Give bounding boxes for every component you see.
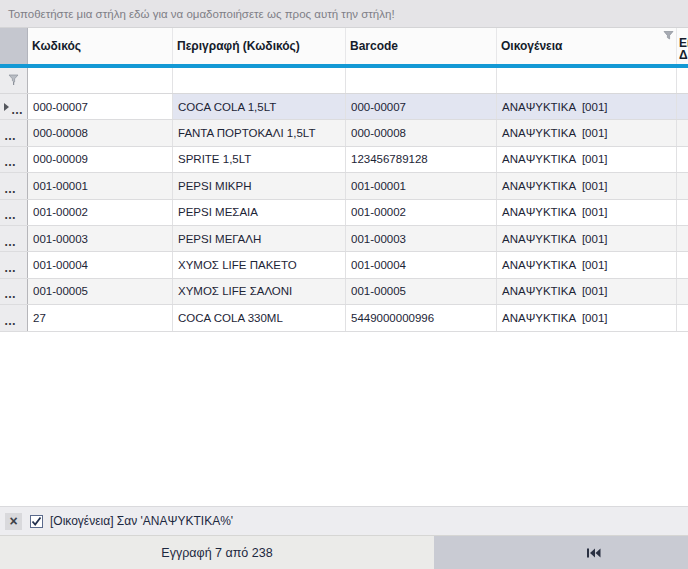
cell-code[interactable]: 000-00009 <box>28 147 173 172</box>
column-header-description[interactable]: Περιγραφή (Κωδικός) <box>173 28 346 64</box>
column-header-partial[interactable]: Εί Δ <box>677 28 688 64</box>
row-ellipsis-icon[interactable]: … <box>4 232 15 246</box>
row-ellipsis-icon[interactable]: … <box>4 152 15 166</box>
auto-filter-row <box>0 68 688 94</box>
cell-description[interactable]: ΧΥΜΟΣ LIFE ΣΑΛΟΝΙ <box>173 279 346 304</box>
move-first-button[interactable] <box>434 536 688 569</box>
table-row[interactable]: …001-00001PEPSI ΜΙΚΡΗ001-00001ΑΝΑΨΥΚΤΙΚΑ… <box>0 173 688 199</box>
cell-description[interactable]: ΧΥΜΟΣ LIFE ΠΑΚΕΤΟ <box>173 252 346 277</box>
cell-partial[interactable] <box>677 173 688 198</box>
cell-code[interactable]: 001-00001 <box>28 173 173 198</box>
row-indicator-current[interactable]: … <box>0 94 28 119</box>
cell-barcode[interactable]: 001-00004 <box>346 252 497 277</box>
table-row[interactable]: …000-00007COCA COLA 1,5LT000-00007ΑΝΑΨΥΚ… <box>0 94 688 120</box>
cell-family[interactable]: ΑΝΑΨΥΚΤΙΚΑ [001] <box>497 305 677 330</box>
row-ellipsis-icon[interactable]: … <box>4 205 15 219</box>
table-row[interactable]: …001-00005ΧΥΜΟΣ LIFE ΣΑΛΟΝΙ001-00005ΑΝΑΨ… <box>0 279 688 305</box>
row-indicator[interactable]: … <box>0 252 28 277</box>
cell-description[interactable]: FANTA ΠΟΡΤΟΚΑΛΙ 1,5LT <box>173 120 346 145</box>
column-header-code[interactable]: Κωδικός <box>28 28 173 64</box>
cell-description[interactable]: PEPSI ΜΕΣΑΙΑ <box>173 200 346 225</box>
group-by-panel[interactable]: Τοποθετήστε μια στήλη εδώ για να ομαδοπο… <box>0 0 688 28</box>
status-bar: Εγγραφή 7 από 238 <box>0 535 688 569</box>
cell-code[interactable]: 001-00002 <box>28 200 173 225</box>
cell-partial[interactable] <box>677 305 688 330</box>
filter-cell-partial[interactable] <box>677 68 688 93</box>
column-header-family[interactable]: Οικογένεια <box>497 28 677 64</box>
column-header-label: Δ <box>679 49 688 61</box>
row-indicator[interactable]: … <box>0 147 28 172</box>
cell-barcode[interactable]: 001-00002 <box>346 200 497 225</box>
table-row[interactable]: …27COCA COLA 330ML5449000000996ΑΝΑΨΥΚΤΙΚ… <box>0 305 688 331</box>
table-row[interactable]: …001-00004ΧΥΜΟΣ LIFE ΠΑΚΕΤΟ001-00004ΑΝΑΨ… <box>0 252 688 278</box>
cell-barcode[interactable]: 001-00001 <box>346 173 497 198</box>
row-ellipsis-icon[interactable]: … <box>4 258 15 272</box>
cell-partial[interactable] <box>677 226 688 251</box>
row-indicator[interactable]: … <box>0 120 28 145</box>
cell-code[interactable]: 27 <box>28 305 173 330</box>
filter-enabled-checkbox[interactable] <box>30 515 43 528</box>
cell-code[interactable]: 000-00007 <box>28 94 173 119</box>
filter-panel: × [Οικογένεια] Σαν 'ΑΝΑΨΥΚΤΙΚΑ%' <box>0 506 688 535</box>
column-header-barcode[interactable]: Barcode <box>346 28 497 64</box>
cell-family[interactable]: ΑΝΑΨΥΚΤΙΚΑ [001] <box>497 226 677 251</box>
record-position: Εγγραφή 7 από 238 <box>0 536 434 569</box>
cell-partial[interactable] <box>677 94 688 119</box>
filter-close-button[interactable]: × <box>5 513 22 530</box>
table-row[interactable]: …001-00002PEPSI ΜΕΣΑΙΑ001-00002ΑΝΑΨΥΚΤΙΚ… <box>0 200 688 226</box>
cell-barcode[interactable]: 000-00007 <box>346 94 497 119</box>
column-header-label: Οικογένεια <box>501 39 562 53</box>
filter-funnel-icon[interactable] <box>663 30 674 41</box>
cell-code[interactable]: 001-00004 <box>28 252 173 277</box>
cell-barcode[interactable]: 000-00008 <box>346 120 497 145</box>
cell-code[interactable]: 001-00005 <box>28 279 173 304</box>
cell-partial[interactable] <box>677 120 688 145</box>
cell-partial[interactable] <box>677 147 688 172</box>
cell-description[interactable]: COCA COLA 1,5LT <box>173 94 346 119</box>
row-indicator[interactable]: … <box>0 226 28 251</box>
filter-funnel-icon <box>8 72 19 90</box>
cell-barcode[interactable]: 001-00005 <box>346 279 497 304</box>
cell-description[interactable]: PEPSI ΜΙΚΡΗ <box>173 173 346 198</box>
filter-cell-description[interactable] <box>173 68 346 93</box>
table-row[interactable]: …000-00008FANTA ΠΟΡΤΟΚΑΛΙ 1,5LT000-00008… <box>0 120 688 146</box>
row-ellipsis-icon[interactable]: … <box>4 284 15 298</box>
row-indicator[interactable]: … <box>0 173 28 198</box>
cell-family[interactable]: ΑΝΑΨΥΚΤΙΚΑ [001] <box>497 120 677 145</box>
filter-cell-code[interactable] <box>28 68 173 93</box>
filter-criteria-text[interactable]: [Οικογένεια] Σαν 'ΑΝΑΨΥΚΤΙΚΑ%' <box>50 514 233 528</box>
cell-family[interactable]: ΑΝΑΨΥΚΤΙΚΑ [001] <box>497 200 677 225</box>
filter-cell-barcode[interactable] <box>346 68 497 93</box>
cell-family[interactable]: ΑΝΑΨΥΚΤΙΚΑ [001] <box>497 94 677 119</box>
cell-family[interactable]: ΑΝΑΨΥΚΤΙΚΑ [001] <box>497 147 677 172</box>
grid-header-row: Κωδικός Περιγραφή (Κωδικός) Barcode Οικο… <box>0 28 688 64</box>
cell-partial[interactable] <box>677 200 688 225</box>
row-indicator[interactable]: … <box>0 305 28 330</box>
row-indicator[interactable]: … <box>0 279 28 304</box>
cell-barcode[interactable]: 123456789128 <box>346 147 497 172</box>
row-ellipsis-icon[interactable]: … <box>4 126 15 140</box>
filter-cell-family[interactable] <box>497 68 677 93</box>
cell-family[interactable]: ΑΝΑΨΥΚΤΙΚΑ [001] <box>497 173 677 198</box>
cell-code[interactable]: 001-00003 <box>28 226 173 251</box>
table-row[interactable]: …000-00009SPRITE 1,5LT123456789128ΑΝΑΨΥΚ… <box>0 147 688 173</box>
row-ellipsis-icon[interactable]: … <box>4 311 15 325</box>
header-corner-cell <box>0 28 28 64</box>
row-ellipsis-icon[interactable]: … <box>4 179 15 193</box>
cell-code[interactable]: 000-00008 <box>28 120 173 145</box>
row-ellipsis-icon[interactable]: … <box>11 100 22 114</box>
cell-description[interactable]: SPRITE 1,5LT <box>173 147 346 172</box>
cell-family[interactable]: ΑΝΑΨΥΚΤΙΚΑ [001] <box>497 252 677 277</box>
cell-barcode[interactable]: 001-00003 <box>346 226 497 251</box>
cell-description[interactable]: COCA COLA 330ML <box>173 305 346 330</box>
cell-description[interactable]: PEPSI ΜΕΓΑΛΗ <box>173 226 346 251</box>
filter-row-indicator <box>0 68 28 93</box>
grid-rows: …000-00007COCA COLA 1,5LT000-00007ΑΝΑΨΥΚ… <box>0 94 688 332</box>
cell-family[interactable]: ΑΝΑΨΥΚΤΙΚΑ [001] <box>497 279 677 304</box>
cell-barcode[interactable]: 5449000000996 <box>346 305 497 330</box>
row-indicator[interactable]: … <box>0 200 28 225</box>
cell-partial[interactable] <box>677 279 688 304</box>
cell-partial[interactable] <box>677 252 688 277</box>
current-row-arrow-icon <box>4 103 9 111</box>
table-row[interactable]: …001-00003PEPSI ΜΕΓΑΛΗ001-00003ΑΝΑΨΥΚΤΙΚ… <box>0 226 688 252</box>
